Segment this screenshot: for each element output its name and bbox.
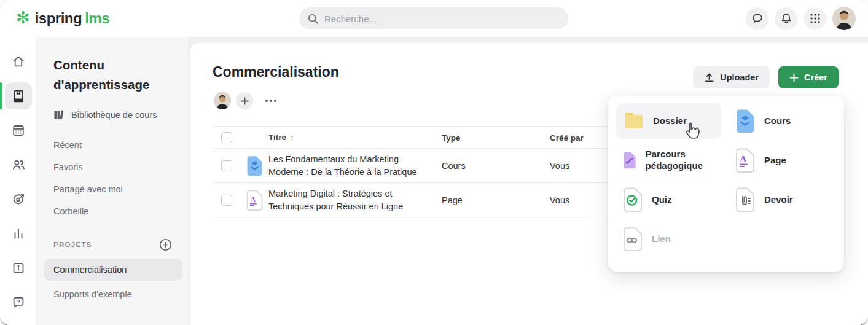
icon-rail: ?	[0, 37, 37, 325]
topbar-actions	[746, 7, 856, 30]
rail-item-help[interactable]: ?	[0, 285, 37, 319]
row-checkbox[interactable]	[221, 195, 232, 206]
page-file-icon: A	[735, 148, 756, 173]
global-search[interactable]	[299, 7, 568, 29]
library-icon	[53, 109, 65, 120]
chat-icon[interactable]	[746, 7, 768, 30]
row-title[interactable]: Marketing Digital : Stratégies et Techni…	[268, 187, 433, 213]
app-window: ✻ ispringlms	[0, 0, 868, 325]
home-icon	[5, 48, 32, 75]
course-file-icon	[246, 155, 264, 176]
help-bubble-icon: ?	[5, 289, 32, 316]
logo-text: ispringlms	[35, 10, 109, 27]
logo-lms-label: lms	[85, 10, 109, 26]
svg-text:A: A	[740, 154, 747, 164]
sidebar-item-recent[interactable]: Récent	[37, 134, 188, 156]
row-type: Page	[442, 195, 463, 205]
sidebar-item-label: Bibliothèque de cours	[71, 110, 157, 120]
info-board-icon	[5, 254, 32, 281]
rail-item-users[interactable]	[0, 147, 37, 182]
rail-item-home[interactable]	[0, 44, 37, 79]
create-menu: Dossier Parcours pédagogique Quiz Lien C…	[608, 96, 844, 272]
learning-path-file-icon	[622, 148, 637, 173]
search-icon	[308, 14, 318, 24]
row-type: Cours	[442, 161, 466, 171]
sidebar-item-favorites[interactable]: Favoris	[37, 156, 188, 178]
plus-circle-icon	[159, 238, 172, 251]
projects-header: PROJETS	[53, 238, 172, 251]
sidebar-item-supports-exemple[interactable]: Supports d'exemple	[37, 281, 188, 299]
menu-item-page[interactable]: A Page	[729, 143, 834, 178]
upload-button[interactable]: Uploader	[693, 66, 770, 88]
page-file-icon: A	[246, 190, 264, 211]
rail-item-info[interactable]	[0, 251, 37, 285]
link-file-icon	[622, 227, 643, 251]
assignment-file-icon	[735, 187, 756, 212]
select-all-checkbox[interactable]	[221, 132, 232, 143]
rail-item-content[interactable]	[0, 79, 37, 113]
add-owner-button[interactable]	[236, 92, 253, 109]
course-file-icon	[735, 109, 756, 133]
rail-item-calendar[interactable]	[0, 113, 37, 147]
sidebar: Contenu d'apprentissage Bibliothèque de …	[37, 37, 188, 325]
row-author: Vous	[550, 161, 569, 171]
upload-icon	[704, 72, 714, 83]
plus-icon	[789, 73, 799, 82]
book-icon	[5, 82, 32, 109]
page-title: Commercialisation	[213, 64, 339, 80]
ispring-spark-icon: ✻	[16, 10, 30, 26]
create-menu-column-left: Dossier Parcours pédagogique Quiz Lien	[616, 103, 721, 260]
more-options-button[interactable]	[265, 100, 276, 102]
ispring-logo: ✻ ispringlms	[16, 0, 109, 37]
sidebar-item-shared[interactable]: Partagé avec moi	[37, 178, 188, 200]
sort-ascending-icon[interactable]: ↑	[290, 133, 294, 142]
plus-icon	[241, 97, 249, 105]
menu-item-parcours[interactable]: Parcours pédagogique	[616, 143, 721, 178]
user-avatar[interactable]	[832, 7, 856, 30]
folder-icon	[622, 111, 644, 131]
sidebar-item-trash[interactable]: Corbeille	[37, 200, 188, 222]
search-input[interactable]	[324, 14, 560, 24]
create-menu-column-right: Cours A Page Devoir	[729, 103, 834, 260]
owner-avatar[interactable]	[214, 92, 231, 109]
quiz-file-icon	[622, 187, 643, 212]
column-header-title[interactable]: Titre↑	[268, 131, 294, 144]
menu-item-lien: Lien	[616, 221, 721, 257]
calendar-icon	[5, 117, 32, 144]
svg-text:A: A	[250, 195, 256, 203]
svg-text:?: ?	[17, 298, 20, 305]
bell-icon[interactable]	[775, 7, 797, 30]
users-icon	[5, 151, 32, 178]
create-button[interactable]: Créer	[778, 66, 839, 88]
add-project-button[interactable]	[159, 238, 172, 251]
column-header-type[interactable]: Type	[442, 133, 461, 142]
row-author: Vous	[550, 195, 569, 205]
menu-item-quiz[interactable]: Quiz	[616, 182, 721, 217]
rail-item-gamification[interactable]	[0, 182, 37, 216]
apps-grid-icon[interactable]	[803, 7, 826, 30]
projects-label: PROJETS	[53, 241, 92, 248]
menu-item-devoir[interactable]: Devoir	[729, 182, 834, 217]
rail-item-reports[interactable]	[0, 216, 37, 251]
row-title[interactable]: Les Fondamentaux du Marketing Moderne : …	[268, 152, 433, 178]
sidebar-nav: Récent Favoris Partagé avec moi Corbeill…	[37, 134, 188, 222]
target-arrow-icon	[5, 186, 32, 213]
menu-item-cours[interactable]: Cours	[729, 103, 834, 139]
top-bar: ✻ ispringlms	[0, 0, 868, 37]
sidebar-item-library[interactable]: Bibliothèque de cours	[53, 109, 188, 120]
bar-chart-icon	[5, 220, 32, 247]
sidebar-title: Contenu d'apprentissage	[53, 55, 173, 95]
sidebar-item-commercialisation[interactable]: Commercialisation	[44, 259, 182, 281]
owners-row	[214, 92, 276, 109]
row-checkbox[interactable]	[221, 160, 232, 171]
menu-item-dossier[interactable]: Dossier	[616, 103, 721, 139]
column-header-author[interactable]: Créé par	[550, 133, 584, 142]
